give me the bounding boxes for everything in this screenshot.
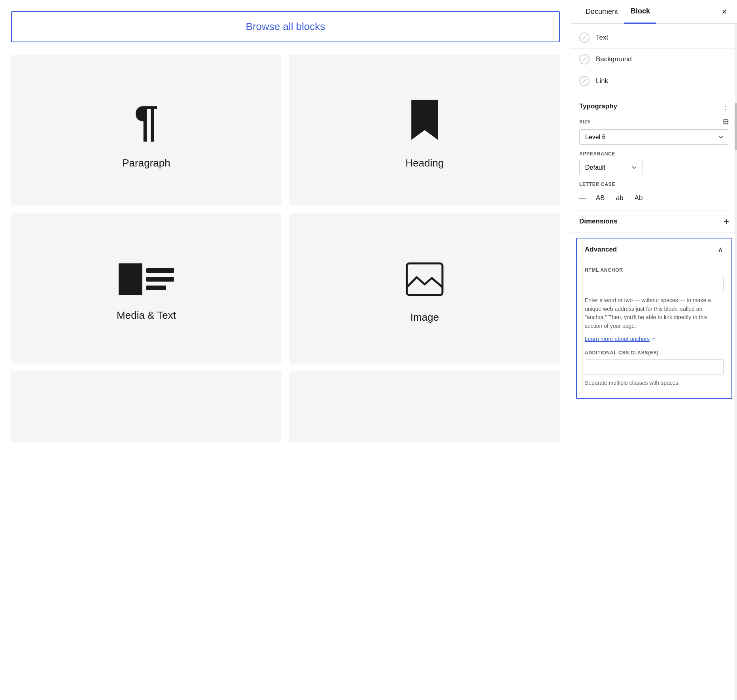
block-item-heading[interactable]: Heading <box>289 55 560 205</box>
scrollbar-track <box>735 24 737 700</box>
letter-case-none-button[interactable]: — <box>579 194 586 202</box>
heading-label: Heading <box>406 157 444 169</box>
typography-header: Typography ⋮ <box>579 102 729 111</box>
text-color-label: Text <box>596 34 608 42</box>
media-text-label: Media & Text <box>117 309 176 322</box>
background-color-label: Background <box>596 55 632 63</box>
typography-options-button[interactable]: ⋮ <box>721 102 729 111</box>
letter-case-lower-button[interactable]: ab <box>614 193 625 204</box>
letter-case-label: LETTER CASE <box>579 182 729 187</box>
external-link-icon: ↗ <box>651 336 655 342</box>
advanced-section: Advanced ∧ HTML ANCHOR Enter a word or t… <box>576 238 732 399</box>
paragraph-icon: ¶ <box>134 99 158 143</box>
typography-section: Typography ⋮ SIZE ⊟ Level 6 APPEARANCE D… <box>571 95 737 210</box>
color-row-text[interactable]: Text <box>571 27 737 49</box>
advanced-content: HTML ANCHOR Enter a word or two — withou… <box>577 261 731 398</box>
dimensions-header: Dimensions + <box>579 217 729 226</box>
typography-title: Typography <box>579 102 617 110</box>
advanced-header[interactable]: Advanced ∧ <box>577 238 731 261</box>
learn-more-anchor-link[interactable]: Learn more about anchors ↗ <box>585 336 655 342</box>
paragraph-label: Paragraph <box>122 157 170 169</box>
close-panel-button[interactable]: × <box>718 6 731 18</box>
image-icon <box>405 261 444 297</box>
link-color-label: Link <box>596 77 608 85</box>
html-anchor-helper: Enter a word or two — without spaces — t… <box>585 296 724 331</box>
block-item-media-text[interactable]: Media & Text <box>11 213 282 363</box>
color-row-link[interactable]: Link <box>571 70 737 92</box>
additional-css-label: ADDITIONAL CSS CLASS(ES) <box>585 350 724 356</box>
panel-header: Document Block × <box>571 0 737 24</box>
color-row-background[interactable]: Background <box>571 49 737 70</box>
block-item-image[interactable]: Image <box>289 213 560 363</box>
appearance-select[interactable]: Default <box>579 160 643 175</box>
browse-all-button[interactable]: Browse all blocks <box>11 11 560 42</box>
css-helper-text: Separate multiple classes with spaces. <box>585 379 724 388</box>
block-item-partial <box>11 371 282 443</box>
left-panel: Browse all blocks ¶ Paragraph Heading <box>0 0 571 700</box>
letter-case-row: — AB ab Ab <box>579 193 729 204</box>
additional-css-input[interactable] <box>585 359 724 375</box>
background-color-icon <box>579 54 590 64</box>
block-item-partial-2 <box>289 371 560 443</box>
color-section: Text Background Link <box>571 24 737 95</box>
dimensions-add-button[interactable]: + <box>724 217 729 226</box>
dimensions-title: Dimensions <box>579 218 617 225</box>
size-label: SIZE ⊟ <box>579 117 729 126</box>
html-anchor-input[interactable] <box>585 277 724 292</box>
tab-document[interactable]: Document <box>579 0 624 23</box>
advanced-chevron-icon: ∧ <box>718 245 724 254</box>
heading-icon <box>407 99 442 143</box>
size-select[interactable]: Level 6 <box>579 129 729 145</box>
tab-block[interactable]: Block <box>624 0 656 24</box>
right-panel: Document Block × Text Background Link Ty… <box>571 0 737 700</box>
block-item-paragraph[interactable]: ¶ Paragraph <box>11 55 282 205</box>
blocks-grid: ¶ Paragraph Heading <box>11 55 560 443</box>
size-filter-icon[interactable]: ⊟ <box>723 117 729 126</box>
html-anchor-label: HTML ANCHOR <box>585 267 724 273</box>
scrollbar-thumb[interactable] <box>735 103 737 150</box>
letter-case-capitalize-button[interactable]: Ab <box>633 193 644 204</box>
media-text-icon <box>119 263 174 295</box>
advanced-title: Advanced <box>585 246 617 254</box>
svg-rect-0 <box>407 263 442 295</box>
letter-case-upper-button[interactable]: AB <box>594 193 607 204</box>
dimensions-section: Dimensions + <box>571 210 737 233</box>
image-label: Image <box>410 311 439 324</box>
text-color-icon <box>579 32 590 43</box>
link-color-icon <box>579 76 590 86</box>
appearance-label: APPEARANCE <box>579 151 729 157</box>
